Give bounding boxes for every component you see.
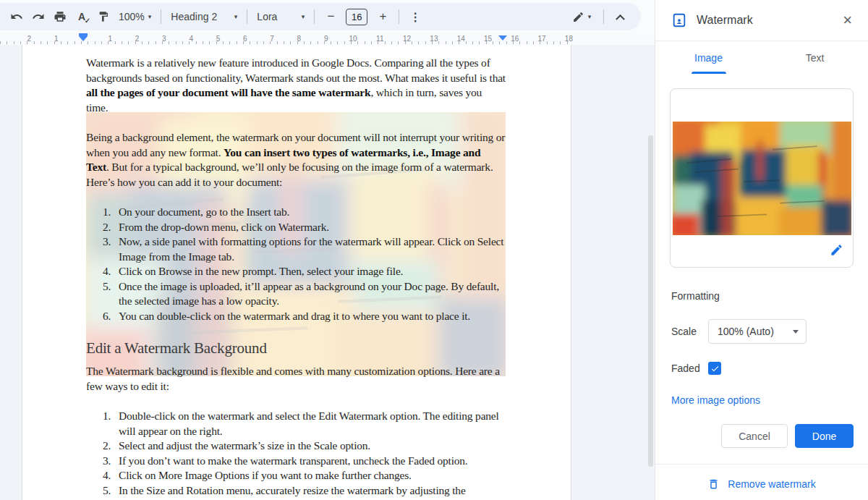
spell-check-button[interactable]: A✓ xyxy=(72,7,92,27)
right-indent-marker[interactable] xyxy=(498,35,507,41)
ruler-number: 1 xyxy=(54,35,59,43)
zoom-value: 100% xyxy=(119,11,145,22)
paint-format-button[interactable] xyxy=(93,7,114,27)
ruler-number: 11 xyxy=(376,35,383,43)
more-vertical-icon: ⋮ xyxy=(409,10,421,24)
heading: Edit a Watermark Background xyxy=(86,339,506,357)
formatting-section-label: Formatting xyxy=(671,290,852,302)
list-item: 4.Click on Browse in the new prompt. The… xyxy=(103,264,506,279)
increase-font-size-button[interactable]: + xyxy=(373,7,393,27)
left-indent-marker[interactable] xyxy=(79,36,88,41)
hide-menus-button[interactable] xyxy=(610,7,630,27)
paragraph: Watermark is a relatively new feature in… xyxy=(86,56,506,115)
panel-tabs: ImageText xyxy=(655,41,868,74)
spell-check-icon: A✓ xyxy=(78,12,85,22)
text-run: The Watermark background is flexible and… xyxy=(86,365,500,392)
document-page[interactable]: Watermark is a relatively new feature in… xyxy=(22,45,571,500)
ruler-number: 9 xyxy=(324,35,328,43)
list-item: 1.On your document, go to the Insert tab… xyxy=(103,205,506,220)
faded-checkbox[interactable] xyxy=(708,362,721,375)
ruler-number: 15 xyxy=(484,35,492,43)
ruler-number: 18 xyxy=(565,35,573,43)
done-button[interactable]: Done xyxy=(795,424,854,448)
edit-image-button[interactable] xyxy=(830,243,843,260)
list-text: Once the image is uploaded, it’ll appear… xyxy=(119,279,506,309)
list-number: 4. xyxy=(103,264,119,279)
tab-image[interactable]: Image xyxy=(655,41,762,74)
redo-button[interactable] xyxy=(28,7,48,27)
panel-actions: Cancel Done xyxy=(721,424,854,448)
remove-watermark-label: Remove watermark xyxy=(728,478,815,490)
bold-text-run: all the pages of your document will have… xyxy=(86,86,370,98)
paint-format-icon xyxy=(98,11,109,22)
undo-button[interactable] xyxy=(7,7,27,27)
check-icon xyxy=(710,364,720,373)
list-number: 5. xyxy=(103,279,119,309)
list-number: 1. xyxy=(103,409,119,438)
decrease-font-size-button[interactable]: − xyxy=(320,7,341,27)
chevron-up-icon xyxy=(616,14,625,23)
list-number: 2. xyxy=(103,220,119,235)
scale-dropdown[interactable]: 100% (Auto) xyxy=(708,319,807,344)
toolbar-divider xyxy=(161,9,161,24)
list-number: 2. xyxy=(103,438,119,454)
more-options-button[interactable]: ⋮ xyxy=(405,7,425,27)
toolbar-divider xyxy=(603,9,604,24)
list-text: If you don’t want to make the watermark … xyxy=(119,454,506,469)
panel-header: Watermark × xyxy=(655,0,868,41)
list-item: 2.From the drop-down menu, click on Wate… xyxy=(103,220,506,235)
tab-text[interactable]: Text xyxy=(762,41,868,74)
list-text: Select and adjust the watermark’s size i… xyxy=(119,438,506,454)
ruler-number: 10 xyxy=(349,35,357,43)
editing-mode-button[interactable]: ▾ xyxy=(566,7,597,27)
active-tab-underline xyxy=(692,72,726,74)
list-item: 5.Once the image is uploaded, it’ll appe… xyxy=(103,279,506,309)
redo-icon xyxy=(32,10,45,23)
document-canvas: Watermark is a relatively new feature in… xyxy=(0,45,655,500)
trash-icon xyxy=(707,478,720,491)
font-size-input[interactable]: 16 xyxy=(346,9,367,25)
chevron-down-icon: ▾ xyxy=(234,13,238,20)
plus-icon: + xyxy=(379,9,386,24)
toolbar-divider xyxy=(399,9,399,24)
style-value: Heading 2 xyxy=(171,11,217,22)
cancel-button[interactable]: Cancel xyxy=(721,424,788,448)
print-icon xyxy=(54,10,67,23)
ruler-number: 16 xyxy=(511,35,519,43)
list-item: 5.In the Size and Rotation menu, accurat… xyxy=(103,483,506,499)
ruler-number: 7 xyxy=(270,35,274,43)
scale-label: Scale xyxy=(671,326,708,337)
close-icon[interactable]: × xyxy=(840,11,855,30)
list-text: You can double-click on the watermark an… xyxy=(119,309,506,324)
list-text: In the Size and Rotation menu, accuratel… xyxy=(119,483,506,499)
list-number: 3. xyxy=(103,234,119,264)
list-text: Click on Browse in the new prompt. Then,… xyxy=(119,264,506,279)
watermark-panel: Watermark × ImageText Formatting Scale 1… xyxy=(655,0,868,500)
toolbar-divider xyxy=(314,9,315,24)
list-number: 5. xyxy=(103,483,119,499)
chevron-down-icon xyxy=(793,330,799,334)
horizontal-ruler: 21123456789101112131415161718 xyxy=(0,33,655,45)
watermark-doc-icon xyxy=(671,12,687,28)
document-text[interactable]: Watermark is a relatively new feature in… xyxy=(86,56,506,500)
list-number: 6. xyxy=(103,309,119,324)
ruler-number: 5 xyxy=(216,35,221,43)
tab-label: Image xyxy=(694,52,723,64)
ruler-number: 17 xyxy=(538,35,546,43)
paragraph-style-select[interactable]: Heading 2 ▾ xyxy=(166,7,242,27)
list-item: 4.Click on More Image Options if you wan… xyxy=(103,468,506,483)
vertical-scrollbar[interactable] xyxy=(648,135,653,467)
zoom-select[interactable]: 100% ▾ xyxy=(114,7,156,27)
panel-footer-divider xyxy=(655,464,868,465)
ruler-number: 12 xyxy=(403,35,411,43)
ruler-number: 6 xyxy=(243,35,247,43)
numbered-list: 1.Double-click on the watermark and sele… xyxy=(86,409,506,498)
print-button[interactable] xyxy=(50,7,70,27)
more-image-options-link[interactable]: More image options xyxy=(671,394,760,406)
watermark-preview-image[interactable] xyxy=(673,122,851,235)
list-text: Now, a side panel with formatting option… xyxy=(119,234,506,264)
remove-watermark-button[interactable]: Remove watermark xyxy=(655,473,868,496)
text-run: . But for a typical background, we’ll on… xyxy=(86,161,493,188)
font-select[interactable]: Lora ▾ xyxy=(252,7,309,27)
list-item: 1.Double-click on the watermark and sele… xyxy=(103,409,506,438)
